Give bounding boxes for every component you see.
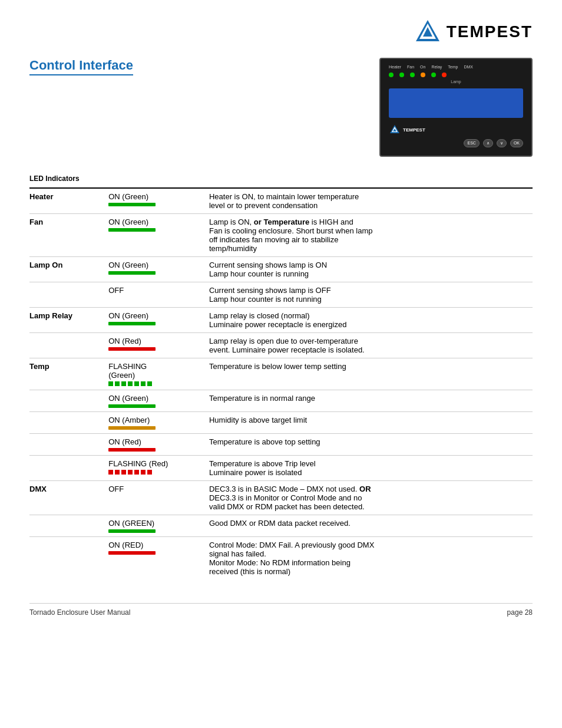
desc-line: valid DMX or RDM packet has been detecte… bbox=[209, 502, 528, 511]
state-cell: OFF bbox=[108, 481, 209, 515]
state-text: OFF bbox=[108, 286, 204, 295]
row-label bbox=[29, 434, 108, 456]
state-cell: ON (Green) bbox=[108, 188, 209, 214]
esc-button[interactable]: ESC bbox=[464, 139, 479, 147]
desc-line: Lamp relay is open due to over-temperatu… bbox=[209, 337, 528, 345]
row-label: Temp bbox=[29, 358, 108, 390]
table-row: ON (Red)Temperature is above top setting bbox=[29, 434, 533, 456]
label-on: On bbox=[420, 65, 425, 69]
label-dmx: DMX bbox=[464, 65, 473, 69]
state-cell: ON (RED) bbox=[108, 537, 209, 580]
desc-line: DEC3.3 is in BASIC Mode – DMX not used. … bbox=[209, 485, 528, 493]
led-square bbox=[147, 381, 152, 386]
led-red-bar bbox=[108, 448, 156, 452]
state-cell: ON (Green) bbox=[108, 257, 209, 282]
row-label: Lamp Relay bbox=[29, 308, 108, 333]
device-panel-top: Heater Fan On Relay Temp DMX bbox=[386, 65, 525, 69]
state-text: FLASHING (Red) bbox=[108, 459, 204, 468]
desc-cell: Temperature is below lower temp setting bbox=[209, 358, 533, 390]
desc-cell: Good DMX or RDM data packet received. bbox=[209, 515, 533, 537]
led-square bbox=[115, 470, 120, 475]
state-cell: ON (Green) bbox=[108, 308, 209, 333]
table-row: HeaterON (Green)Heater is ON, to maintai… bbox=[29, 188, 533, 214]
led-red-bar bbox=[108, 347, 156, 351]
desc-cell: Current sensing shows lamp is OFFLamp ho… bbox=[209, 282, 533, 308]
table-row: ON (Amber)Humidity is above target limit bbox=[29, 412, 533, 434]
row-label: Fan bbox=[29, 214, 108, 257]
panel-logo-icon bbox=[389, 124, 401, 136]
table-row: Lamp RelayON (Green)Lamp relay is closed… bbox=[29, 308, 533, 333]
state-cell: FLASHING (Green) bbox=[108, 358, 209, 390]
table-row: FLASHING (Red)Temperature is above Trip … bbox=[29, 456, 533, 481]
led-amber-bar bbox=[108, 426, 156, 430]
indicator-table: HeaterON (Green)Heater is ON, to maintai… bbox=[29, 187, 533, 579]
led-green-bar bbox=[108, 322, 156, 325]
desc-line: temp/humidity bbox=[209, 244, 528, 253]
led-dmx bbox=[442, 73, 447, 77]
state-text: ON (Green) bbox=[108, 311, 204, 320]
table-row: FanON (Green)Lamp is ON, or Temperature … bbox=[29, 214, 533, 257]
desc-line: Temperature is above Trip level bbox=[209, 459, 528, 468]
desc-cell: Lamp is ON, or Temperature is HIGH andFa… bbox=[209, 214, 533, 257]
desc-line: level or to prevent condensation bbox=[209, 201, 528, 210]
led-on bbox=[410, 73, 415, 77]
state-cell: ON (Green) bbox=[108, 214, 209, 257]
desc-line: Temperature is above top setting bbox=[209, 437, 528, 446]
table-row: DMXOFFDEC3.3 is in BASIC Mode – DMX not … bbox=[29, 481, 533, 515]
state-text: ON (Green) bbox=[108, 394, 204, 403]
table-row: Lamp OnON (Green)Current sensing shows l… bbox=[29, 257, 533, 282]
state-cell: ON (GREEN) bbox=[108, 515, 209, 537]
desc-line: Current sensing shows lamp is ON bbox=[209, 261, 528, 269]
led-green-bar bbox=[108, 404, 156, 408]
device-image: Heater Fan On Relay Temp DMX Lamp bbox=[379, 58, 533, 157]
row-label bbox=[29, 282, 108, 308]
up-button[interactable]: ∧ bbox=[483, 139, 493, 147]
page-title: Control Interface bbox=[29, 58, 133, 75]
footer-right: page 28 bbox=[507, 608, 533, 617]
flashing-green-bar bbox=[108, 381, 204, 386]
row-label bbox=[29, 456, 108, 481]
desc-cell: Heater is ON, to maintain lower temperat… bbox=[209, 188, 533, 214]
led-green-bar bbox=[108, 271, 156, 275]
led-heater bbox=[389, 73, 394, 77]
desc-line: Luminaire power receptacle is energized bbox=[209, 320, 528, 329]
desc-line: Good DMX or RDM data packet received. bbox=[209, 519, 528, 528]
led-square bbox=[141, 470, 146, 475]
desc-cell: Lamp relay is open due to over-temperatu… bbox=[209, 333, 533, 358]
led-square bbox=[108, 470, 113, 475]
logo-text: TEMPEST bbox=[447, 22, 533, 41]
state-text: ON (Amber) bbox=[108, 416, 204, 424]
row-label bbox=[29, 333, 108, 358]
desc-cell: Temperature is above Trip levelLuminaire… bbox=[209, 456, 533, 481]
desc-line: off indicates fan moving air to stabiliz… bbox=[209, 235, 528, 244]
led-section-title: LED Indicators bbox=[29, 174, 533, 183]
state-text: ON (RED) bbox=[108, 541, 204, 549]
led-square bbox=[128, 470, 133, 475]
row-label bbox=[29, 412, 108, 434]
desc-line: Fan is cooling enclosure. Short burst wh… bbox=[209, 226, 528, 235]
state-text: FLASHING (Green) bbox=[108, 362, 204, 380]
desc-line: Luminaire power is isolated bbox=[209, 468, 528, 477]
label-heater: Heater bbox=[389, 65, 401, 69]
desc-line: Temperature is in normal range bbox=[209, 394, 528, 403]
state-cell: OFF bbox=[108, 282, 209, 308]
state-cell: ON (Green) bbox=[108, 390, 209, 412]
desc-cell: Lamp relay is closed (normal)Luminaire p… bbox=[209, 308, 533, 333]
desc-line: Lamp hour counter is not running bbox=[209, 295, 528, 304]
state-cell: ON (Red) bbox=[108, 434, 209, 456]
desc-cell: DEC3.3 is in BASIC Mode – DMX not used. … bbox=[209, 481, 533, 515]
state-text: ON (Green) bbox=[108, 218, 204, 226]
state-text: ON (Red) bbox=[108, 437, 204, 446]
row-label bbox=[29, 537, 108, 580]
desc-cell: Humidity is above target limit bbox=[209, 412, 533, 434]
led-green-bar bbox=[108, 203, 156, 206]
down-button[interactable]: ∨ bbox=[497, 139, 507, 147]
led-square bbox=[115, 381, 120, 386]
desc-line: Monitor Mode: No RDM information being bbox=[209, 558, 528, 567]
ok-button[interactable]: OK bbox=[510, 139, 523, 147]
state-cell: ON (Red) bbox=[108, 333, 209, 358]
led-square bbox=[128, 381, 133, 386]
led-fan bbox=[399, 73, 404, 77]
device-screen bbox=[389, 88, 523, 118]
led-green-bar bbox=[108, 529, 156, 533]
